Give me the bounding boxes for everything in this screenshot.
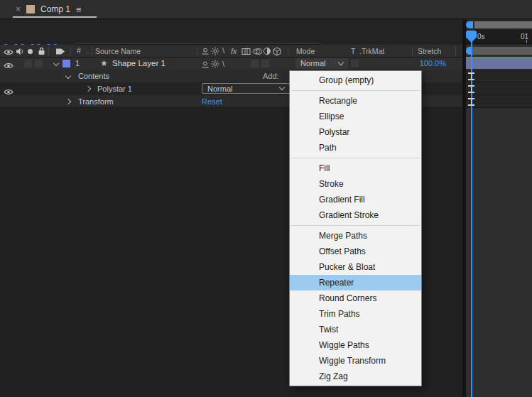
menu-item-path[interactable]: Path xyxy=(290,140,421,156)
menu-item-ellipse[interactable]: Ellipse xyxy=(290,109,421,124)
panel-menu-icon[interactable]: ≡ xyxy=(76,4,82,15)
lock-icon[interactable] xyxy=(38,47,45,57)
stretch-value[interactable]: 100.0% xyxy=(398,58,446,70)
menu-item-fill[interactable]: Fill xyxy=(290,161,421,176)
add-shape-context-menu: Group (empty) Rectangle Ellipse Polystar… xyxy=(289,70,422,386)
menu-item-rectangle[interactable]: Rectangle xyxy=(290,93,421,109)
menu-item-round-corners[interactable]: Round Corners xyxy=(290,290,421,306)
shape-layer-star-icon: ★ xyxy=(100,58,108,70)
work-area-bar[interactable] xyxy=(472,47,532,55)
layer-quality-toggle-icon[interactable]: \ xyxy=(222,58,224,70)
motion-blur-column-icon xyxy=(252,48,262,57)
contents-expander-chevron-icon[interactable] xyxy=(65,73,71,79)
menu-item-stroke[interactable]: Stroke xyxy=(290,176,421,192)
menu-item-gradient-fill[interactable]: Gradient Fill xyxy=(290,192,421,207)
frame-blending-column-icon xyxy=(241,48,251,57)
collapse-transformations-icon xyxy=(211,47,219,57)
column-dot: . xyxy=(87,46,89,55)
column-divider xyxy=(197,47,197,55)
in-out-marker xyxy=(468,72,474,80)
menu-item-merge-paths[interactable]: Merge Paths xyxy=(290,228,421,244)
menu-item-group-empty[interactable]: Group (empty) xyxy=(290,72,421,88)
polystar-blend-mode-dropdown[interactable]: Normal xyxy=(202,83,290,94)
audio-icon[interactable] xyxy=(16,48,24,57)
add-label: Add: xyxy=(263,70,279,82)
ruler-start-label: 0s xyxy=(477,33,485,40)
stretch-column-header: Stretch xyxy=(418,47,441,55)
column-header-row: # . Source Name \ fx Mode T .TrkMat Stre… xyxy=(0,45,463,58)
menu-item-polystar[interactable]: Polystar xyxy=(290,124,421,140)
comp-color-swatch-icon xyxy=(26,5,35,13)
scrollbar-thumb[interactable] xyxy=(474,21,532,28)
layer-number-column-header: # xyxy=(77,46,81,55)
property-track-rows xyxy=(466,69,532,108)
panel-tab-bar: × Comp 1 ≡ xyxy=(0,0,532,19)
trkmat-t-column-header: T xyxy=(351,47,355,55)
layer-row[interactable]: 1 ★ Shape Layer 1 \ Normal 100.0% xyxy=(0,58,463,70)
menu-item-gradient-stroke[interactable]: Gradient Stroke xyxy=(290,207,421,223)
layer-number: 1 xyxy=(75,58,80,70)
close-icon[interactable]: × xyxy=(16,4,21,14)
layer-expander-chevron-icon[interactable] xyxy=(53,60,59,66)
column-divider xyxy=(412,47,413,55)
source-name-column-header[interactable]: Source Name xyxy=(95,47,141,55)
shy-icon xyxy=(201,48,210,57)
after-effects-timeline-panel: × Comp 1 ≡ 0;00;00;00 00000 (29.97 fps) xyxy=(0,0,532,397)
menu-item-repeater[interactable]: Repeater xyxy=(290,275,421,290)
in-out-marker xyxy=(468,98,474,106)
chevron-down-icon xyxy=(279,85,285,90)
layer-mode-value: Normal xyxy=(300,58,325,70)
menu-item-wiggle-transform[interactable]: Wiggle Transform xyxy=(290,353,421,369)
menu-separator xyxy=(291,90,420,91)
adjustment-layer-icon xyxy=(263,47,271,57)
layer-mode-dropdown[interactable]: Normal xyxy=(295,58,348,69)
audio-toggle-cell[interactable] xyxy=(23,59,33,68)
polystar-expander-chevron-icon[interactable] xyxy=(85,86,91,92)
three-d-toggle-cell[interactable] xyxy=(261,59,270,68)
active-tab-underline xyxy=(13,16,97,18)
menu-item-wiggle-paths[interactable]: Wiggle Paths xyxy=(290,337,421,353)
column-divider xyxy=(70,47,71,55)
solo-toggle-cell[interactable] xyxy=(34,59,43,68)
contents-label[interactable]: Contents xyxy=(78,70,109,82)
ruler-tick xyxy=(526,40,527,43)
mode-column-header: Mode xyxy=(296,47,315,55)
chevron-down-icon xyxy=(338,60,344,65)
layer-duration-bar[interactable] xyxy=(466,58,532,69)
layer-label-swatch[interactable] xyxy=(63,60,70,67)
timeline-toolbar-strip: 0;00;00;00 00000 (29.97 fps) xyxy=(0,20,532,45)
column-divider xyxy=(48,47,49,55)
transform-label[interactable]: Transform xyxy=(78,95,114,108)
video-eye-icon[interactable] xyxy=(4,48,13,57)
tab-title[interactable]: Comp 1 xyxy=(40,4,70,14)
menu-item-pucker-bloat[interactable]: Pucker & Bloat xyxy=(290,259,421,275)
menu-item-offset-paths[interactable]: Offset Paths xyxy=(290,244,421,259)
scrollbar-blue-cap[interactable] xyxy=(466,21,473,28)
trkmat-cell[interactable] xyxy=(350,59,359,68)
track-row-separator xyxy=(466,82,532,82)
ruler-end-label: 01 xyxy=(521,33,528,40)
menu-item-trim-paths[interactable]: Trim Paths xyxy=(290,306,421,322)
layer-name[interactable]: Shape Layer 1 xyxy=(112,58,165,70)
three-d-layer-icon xyxy=(273,47,281,58)
timeline-empty-area xyxy=(466,108,532,397)
column-divider xyxy=(92,47,92,55)
adjustment-toggle-cell[interactable] xyxy=(250,59,259,68)
label-icon[interactable] xyxy=(55,48,65,57)
column-divider xyxy=(455,47,456,55)
track-row-separator xyxy=(466,94,532,95)
menu-separator xyxy=(291,225,420,226)
in-out-marker xyxy=(468,85,474,93)
trkmat-column-header: .TrkMat xyxy=(359,47,384,55)
current-time-indicator-line xyxy=(471,41,472,397)
transform-reset-link[interactable]: Reset xyxy=(202,95,222,108)
polystar-blend-mode-value: Normal xyxy=(207,82,232,95)
solo-icon[interactable] xyxy=(28,49,33,54)
menu-item-twist[interactable]: Twist xyxy=(290,322,421,337)
polystar-label[interactable]: Polystar 1 xyxy=(97,82,132,95)
menu-item-zig-zag[interactable]: Zig Zag xyxy=(290,369,421,384)
effects-icon: fx xyxy=(231,47,237,55)
menu-separator xyxy=(291,158,420,158)
transform-expander-chevron-icon[interactable] xyxy=(65,99,71,104)
quality-icon: \ xyxy=(222,46,224,55)
